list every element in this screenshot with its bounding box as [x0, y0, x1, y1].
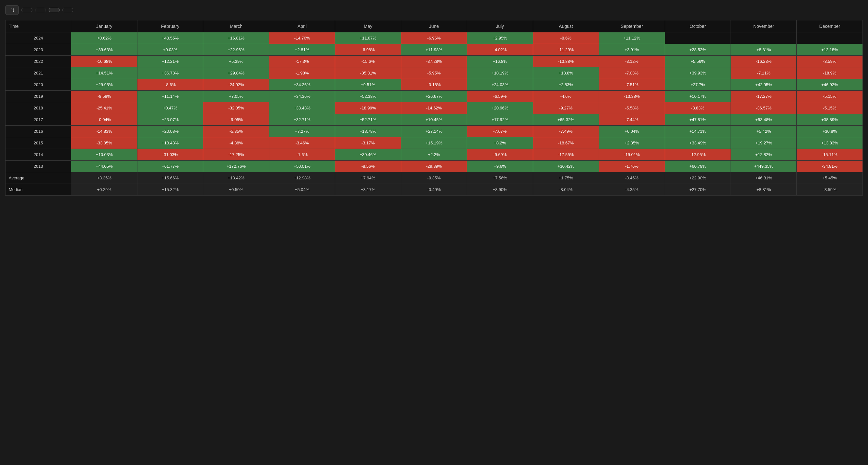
value-cell: +43.55% — [137, 32, 203, 44]
median-value: +3.17% — [335, 184, 401, 196]
value-cell: +7.27% — [269, 126, 335, 137]
col-header-september: September — [599, 21, 665, 32]
value-cell: -1.98% — [269, 67, 335, 79]
value-cell: -16.68% — [71, 56, 137, 67]
average-value: +15.66% — [137, 172, 203, 184]
tab-weekly[interactable] — [35, 8, 46, 12]
value-cell: +5.42% — [731, 126, 796, 137]
value-cell: +30.8% — [797, 126, 863, 137]
value-cell: +29.95% — [71, 79, 137, 91]
value-cell: +8.81% — [731, 44, 796, 56]
value-cell: +17.92% — [467, 114, 533, 126]
value-cell — [665, 32, 731, 44]
average-value: +5.45% — [797, 172, 863, 184]
value-cell: +52.38% — [335, 91, 401, 102]
value-cell: -3.12% — [599, 56, 665, 67]
returns-table-wrap: TimeJanuaryFebruaryMarchAprilMayJuneJuly… — [5, 20, 863, 196]
value-cell: +11.12% — [599, 32, 665, 44]
average-value: -0.35% — [401, 172, 467, 184]
median-value: +0.29% — [71, 184, 137, 196]
table-row: 2016-14.83%+20.08%-5.35%+7.27%+18.78%+27… — [5, 126, 863, 137]
col-header-april: April — [269, 21, 335, 32]
tab-quarterly[interactable] — [62, 8, 73, 12]
value-cell: -33.05% — [71, 137, 137, 149]
value-cell: -5.15% — [797, 91, 863, 102]
median-value: -8.04% — [533, 184, 599, 196]
value-cell: -8.56% — [335, 161, 401, 172]
value-cell: +0.03% — [137, 44, 203, 56]
average-value: -3.45% — [599, 172, 665, 184]
value-cell: +24.03% — [467, 79, 533, 91]
value-cell: -5.35% — [203, 126, 269, 137]
value-cell: -17.25% — [203, 149, 269, 161]
median-value: +15.32% — [137, 184, 203, 196]
asset-selector[interactable]: ⇅ — [5, 5, 19, 15]
value-cell: -5.58% — [599, 102, 665, 114]
value-cell: +449.35% — [731, 161, 796, 172]
value-cell: -7.67% — [467, 126, 533, 137]
value-cell: +34.36% — [269, 91, 335, 102]
value-cell: +8.2% — [467, 137, 533, 149]
value-cell: +13.83% — [797, 137, 863, 149]
value-cell: -29.89% — [401, 161, 467, 172]
value-cell: +46.92% — [797, 79, 863, 91]
value-cell: -3.46% — [269, 137, 335, 149]
value-cell: -18.67% — [533, 137, 599, 149]
value-cell: -1.6% — [269, 149, 335, 161]
value-cell: -5.95% — [401, 67, 467, 79]
value-cell: +23.07% — [137, 114, 203, 126]
col-header-june: June — [401, 21, 467, 32]
average-row: Average+3.35%+15.66%+13.42%+12.98%+7.94%… — [5, 172, 863, 184]
value-cell: +22.96% — [203, 44, 269, 56]
value-cell: -7.11% — [731, 67, 796, 79]
table-row: 2017-0.04%+23.07%-9.05%+32.71%+52.71%+10… — [5, 114, 863, 126]
median-value: +8.81% — [731, 184, 796, 196]
value-cell: +30.42% — [533, 161, 599, 172]
value-cell: -17.27% — [731, 91, 796, 102]
col-header-march: March — [203, 21, 269, 32]
value-cell: +28.52% — [665, 44, 731, 56]
value-cell: -4.38% — [203, 137, 269, 149]
value-cell: +7.05% — [203, 91, 269, 102]
value-cell: +12.18% — [797, 44, 863, 56]
table-row: 2015-33.05%+18.43%-4.38%-3.46%-3.17%+15.… — [5, 137, 863, 149]
value-cell: +172.76% — [203, 161, 269, 172]
value-cell: -14.62% — [401, 102, 467, 114]
value-cell: -8.58% — [71, 91, 137, 102]
value-cell: -18.99% — [335, 102, 401, 114]
table-row: 2024+0.62%+43.55%+16.81%-14.76%+11.07%-6… — [5, 32, 863, 44]
value-cell: +2.95% — [467, 32, 533, 44]
year-cell: 2015 — [5, 137, 71, 149]
value-cell: -31.03% — [137, 149, 203, 161]
value-cell: -19.01% — [599, 149, 665, 161]
median-value: -0.49% — [401, 184, 467, 196]
value-cell: +14.71% — [665, 126, 731, 137]
year-cell: 2022 — [5, 56, 71, 67]
value-cell: -6.98% — [335, 44, 401, 56]
value-cell: +39.63% — [71, 44, 137, 56]
value-cell: -17.3% — [269, 56, 335, 67]
value-cell: +19.27% — [731, 137, 796, 149]
value-cell: +11.14% — [137, 91, 203, 102]
value-cell: +11.98% — [401, 44, 467, 56]
table-header: TimeJanuaryFebruaryMarchAprilMayJuneJuly… — [5, 21, 863, 32]
value-cell — [731, 32, 796, 44]
year-cell: 2018 — [5, 102, 71, 114]
value-cell: -14.76% — [269, 32, 335, 44]
chevron-icon: ⇅ — [11, 7, 14, 13]
average-value: +7.56% — [467, 172, 533, 184]
value-cell: -9.27% — [533, 102, 599, 114]
col-header-february: February — [137, 21, 203, 32]
value-cell: -13.38% — [599, 91, 665, 102]
median-value: +5.04% — [269, 184, 335, 196]
value-cell: +0.47% — [137, 102, 203, 114]
value-cell: +47.81% — [665, 114, 731, 126]
returns-table: TimeJanuaryFebruaryMarchAprilMayJuneJuly… — [5, 20, 863, 196]
col-header-december: December — [797, 21, 863, 32]
tab-monthly[interactable] — [49, 8, 60, 12]
value-cell: +14.51% — [71, 67, 137, 79]
average-value: +7.94% — [335, 172, 401, 184]
value-cell: +52.71% — [335, 114, 401, 126]
tab-daily[interactable] — [21, 8, 32, 12]
value-cell: +2.83% — [533, 79, 599, 91]
